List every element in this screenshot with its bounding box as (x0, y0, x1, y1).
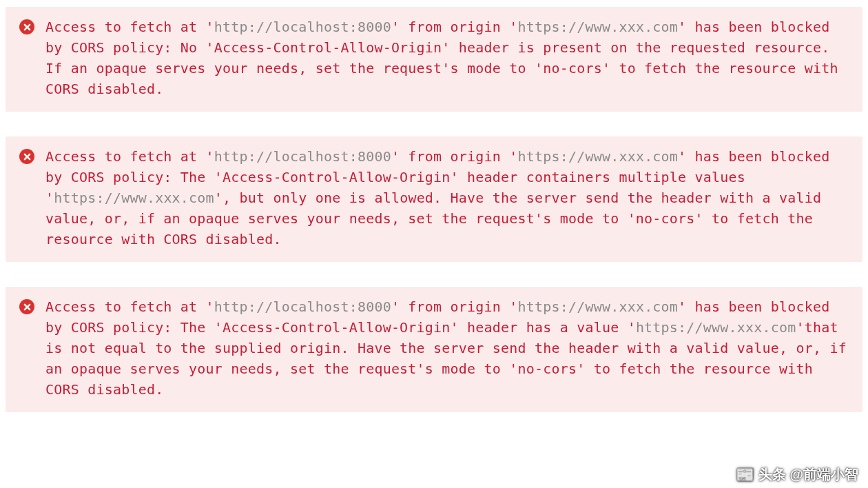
error-url-segment: http://localhost:8000 (214, 148, 391, 165)
error-url-segment: https://www.xxx.com (518, 148, 679, 165)
error-text-segment: Access to fetch at ' (45, 19, 214, 35)
error-message: Access to fetch at 'http://localhost:800… (45, 17, 849, 99)
console-error-list: Access to fetch at 'http://localhost:800… (0, 0, 868, 412)
error-url-segment: http://localhost:8000 (214, 298, 391, 315)
console-error-entry: Access to fetch at 'http://localhost:800… (6, 136, 862, 262)
error-text-segment: Access to fetch at ' (45, 298, 214, 315)
error-text-segment: Access to fetch at ' (45, 148, 214, 165)
error-icon (19, 149, 34, 164)
error-url-segment: http://localhost:8000 (214, 19, 391, 35)
error-text-segment: ' from origin ' (391, 148, 518, 165)
error-message: Access to fetch at 'http://localhost:800… (45, 146, 849, 250)
console-error-entry: Access to fetch at 'http://localhost:800… (6, 7, 862, 112)
error-text-segment: ' from origin ' (391, 19, 518, 35)
error-icon (19, 299, 34, 314)
console-error-entry: Access to fetch at 'http://localhost:800… (6, 287, 862, 412)
error-text-segment: ' from origin ' (391, 298, 518, 315)
error-url-segment: https://www.xxx.com (636, 319, 796, 336)
error-url-segment: https://www.xxx.com (518, 298, 679, 315)
watermark: 📰 头条 @前端小智 (736, 465, 858, 484)
error-url-segment: https://www.xxx.com (518, 19, 679, 35)
error-url-segment: https://www.xxx.com (54, 190, 214, 206)
watermark-text: 头条 @前端小智 (758, 465, 858, 484)
watermark-logo-icon: 📰 (736, 466, 754, 484)
error-message: Access to fetch at 'http://localhost:800… (45, 296, 849, 400)
error-icon (19, 19, 34, 34)
